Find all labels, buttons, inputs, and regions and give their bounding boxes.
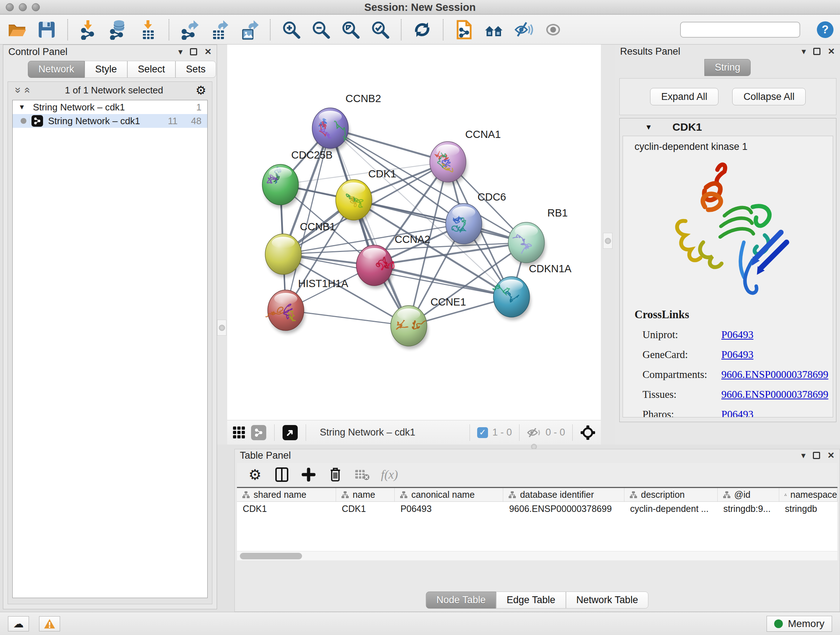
tab-select[interactable]: Select (127, 61, 175, 78)
hidden-counts: 0 - 0 (546, 427, 565, 438)
expand-all-button[interactable]: Expand All (650, 88, 719, 105)
column-header[interactable]: shared name (237, 488, 336, 501)
table-row[interactable]: CDK1CDK1P064939606.ENSP00000378699cyclin… (237, 502, 837, 516)
horizontal-splitter[interactable] (227, 445, 840, 449)
zoom-out-icon[interactable] (310, 19, 332, 40)
left-splitter-handle[interactable] (219, 325, 225, 331)
tab-style[interactable]: Style (85, 61, 127, 78)
tab-edge-table[interactable]: Edge Table (496, 592, 566, 608)
detach-view-icon[interactable] (283, 425, 298, 440)
network-node-cdkn1a[interactable]: CDKN1A (493, 263, 572, 320)
column-header[interactable]: description (624, 488, 718, 501)
protein-structure-image (663, 154, 800, 306)
results-panel-title: Results Panel (620, 46, 681, 57)
network-node-ccna1[interactable]: CCNA1 (430, 128, 501, 185)
birds-eye-toggle-icon[interactable] (580, 424, 596, 440)
table-close-icon[interactable]: ✕ (827, 450, 835, 461)
open-session-icon[interactable] (6, 19, 27, 40)
table-options-gear-icon[interactable]: ⚙ (247, 467, 263, 483)
table-float-icon[interactable] (813, 452, 820, 459)
column-header[interactable]: canonical name (395, 488, 504, 501)
network-options-gear-icon[interactable]: ⚙ (195, 83, 206, 97)
grid-view-icon[interactable] (232, 426, 246, 440)
network-icon (32, 115, 43, 127)
network-collection-row[interactable]: ▼ String Network – cdk1 1 (13, 100, 207, 114)
table-menu-icon[interactable]: ▾ (801, 450, 806, 461)
warning-icon (43, 618, 56, 629)
pharos-link[interactable]: P06493 (722, 404, 753, 417)
network-canvas[interactable]: CCNB2CCNA1CDC25BCDK1CDC6RB1CCNB1CCNA2CDK… (227, 44, 601, 420)
network-node-hist1h1a[interactable]: HIST1H1A (266, 278, 348, 333)
network-graph[interactable]: CCNB2CCNA1CDC25BCDK1CDC6RB1CCNB1CCNA2CDK… (227, 44, 601, 420)
tab-node-table[interactable]: Node Table (426, 592, 496, 608)
window-titlebar: Session: New Session (0, 0, 840, 14)
zoom-fit-icon[interactable] (340, 19, 361, 40)
export-network-icon[interactable] (180, 19, 201, 40)
help-button[interactable]: ? (817, 21, 834, 38)
genecard-link[interactable]: P06493 (722, 345, 753, 364)
cloud-status-button[interactable]: ☁ (8, 616, 29, 631)
table-horizontal-scrollbar[interactable] (237, 551, 837, 561)
network-node-ccne1[interactable]: CCNE1 (391, 296, 466, 349)
collection-label: String Network – cdk1 (33, 102, 125, 113)
compartments-link[interactable]: 9606.ENSP00000378699 (722, 364, 829, 385)
protein-expander-icon[interactable]: ▼ (645, 123, 652, 131)
import-table-file-icon[interactable] (137, 19, 158, 40)
left-splitter[interactable] (217, 44, 227, 445)
column-header[interactable]: name (336, 488, 395, 501)
search-input[interactable] (687, 24, 804, 35)
network-node-cdc6[interactable]: CDC6 (446, 191, 506, 247)
zoom-selected-icon[interactable] (370, 19, 391, 40)
first-neighbors-icon[interactable] (483, 19, 504, 40)
crosslink-row: GeneCard:P06493 (623, 345, 833, 364)
apply-preferred-layout-icon[interactable] (412, 19, 433, 40)
network-node-ccnb1[interactable]: CCNB1 (265, 221, 335, 277)
show-all-icon[interactable] (543, 19, 564, 40)
memory-button[interactable]: Memory (767, 616, 832, 632)
right-splitter-handle[interactable] (605, 238, 611, 244)
delete-column-icon[interactable] (327, 467, 343, 483)
collection-expander-icon[interactable]: ▼ (19, 103, 28, 111)
export-table-icon[interactable] (209, 19, 230, 40)
network-view-mode-icon[interactable] (251, 425, 266, 440)
tissues-link[interactable]: 9606.ENSP00000378699 (722, 385, 829, 404)
table-body: CDK1CDK1P064939606.ENSP00000378699cyclin… (237, 502, 837, 551)
node-label: CCNB1 (300, 221, 335, 233)
network-edge-count: 48 (183, 116, 202, 127)
save-session-icon[interactable] (36, 19, 57, 40)
column-header[interactable]: @id (718, 488, 779, 501)
network-edge[interactable] (280, 162, 448, 185)
tab-network-table[interactable]: Network Table (566, 592, 649, 608)
panel-menu-icon[interactable]: ▾ (178, 47, 183, 57)
import-network-database-icon[interactable] (108, 19, 129, 40)
warnings-button[interactable] (39, 616, 60, 631)
panel-float-icon[interactable] (190, 48, 197, 55)
hide-selected-icon[interactable] (513, 19, 534, 40)
collection-count: 1 (196, 102, 202, 113)
column-header[interactable]: namespace (779, 488, 837, 501)
show-columns-icon[interactable] (274, 467, 290, 483)
uniprot-link[interactable]: P06493 (722, 325, 753, 345)
collapse-all-networks-icon[interactable]: « (22, 86, 34, 95)
right-splitter[interactable] (601, 44, 615, 445)
import-network-file-icon[interactable] (78, 19, 99, 40)
results-close-icon[interactable]: ✕ (828, 46, 835, 57)
tab-string[interactable]: String (704, 59, 751, 76)
column-header[interactable]: database identifier (503, 488, 624, 501)
tab-sets[interactable]: Sets (175, 61, 216, 78)
panel-close-icon[interactable]: ✕ (204, 47, 212, 57)
create-column-icon[interactable] (301, 467, 317, 483)
results-menu-icon[interactable]: ▾ (802, 46, 806, 57)
zoom-in-icon[interactable] (281, 19, 302, 40)
network-node-ccnb2[interactable]: CCNB2 (312, 93, 381, 151)
table-cell: CDK1 (237, 502, 336, 516)
scrollbar-thumb[interactable] (240, 553, 302, 559)
tab-network[interactable]: Network (28, 61, 85, 78)
network-row-selected[interactable]: String Network – cdk1 11 48 (13, 114, 207, 128)
network-node-rb1[interactable]: RB1 (508, 207, 568, 266)
new-network-from-selection-icon[interactable] (454, 19, 475, 40)
results-float-icon[interactable] (813, 48, 821, 55)
collapse-all-button[interactable]: Collapse All (732, 88, 806, 105)
node-label: CCNE1 (431, 296, 466, 308)
export-image-icon[interactable] (239, 19, 260, 40)
